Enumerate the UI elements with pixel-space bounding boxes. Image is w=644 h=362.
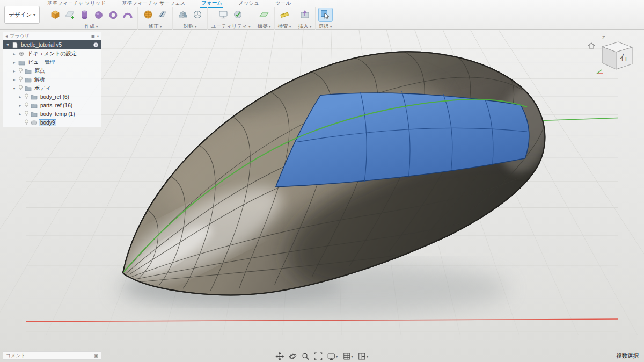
group-modify: 修正	[138, 7, 173, 30]
visibility-bulb-icon[interactable]	[24, 119, 29, 126]
comment-label: コメント	[6, 352, 26, 359]
comment-bar[interactable]: コメント ▣	[3, 351, 101, 360]
circular-symmetry-icon[interactable]	[191, 8, 204, 21]
browser-item-label: body_temp (1)	[39, 111, 76, 117]
disclosure-icon[interactable]: ▸	[12, 60, 17, 65]
browser-root-row[interactable]: ▾ beetle_tutorial v5	[3, 40, 101, 49]
box-icon[interactable]	[48, 8, 62, 21]
browser-item-document-settings[interactable]: ▸ ドキュメントの設定	[3, 49, 101, 58]
browser-item-label: ビュー管理	[27, 59, 56, 66]
group-label-inspect[interactable]: 検査	[278, 23, 291, 30]
insert-icon[interactable]	[298, 8, 312, 21]
design-workspace-dropdown[interactable]: デザイン	[4, 6, 40, 24]
group-label-utilities[interactable]: ユーティリティ	[211, 23, 251, 30]
fit-button[interactable]	[314, 352, 323, 360]
browser-title: ブラウザ	[10, 33, 30, 40]
visibility-bulb-icon[interactable]	[18, 68, 23, 74]
viewcube[interactable]: Z 右	[586, 32, 638, 83]
group-label-select[interactable]: 選択	[319, 23, 332, 30]
x-axis-red-line	[26, 319, 618, 322]
folder-icon	[25, 85, 32, 91]
tab-solid[interactable]: 基準フィーチャ ソリッド	[46, 0, 107, 8]
pan-icon	[276, 352, 284, 360]
group-label-create[interactable]: 作成	[85, 23, 98, 30]
browser-item-bodies[interactable]: ▾ ボディ	[3, 84, 101, 92]
folder-icon	[31, 103, 38, 108]
orbit-button[interactable]	[289, 352, 297, 360]
browser-item-parts-ref[interactable]: ▸ parts_ref (16)	[3, 101, 101, 110]
visibility-bulb-icon[interactable]	[24, 111, 29, 117]
mirror-icon[interactable]	[176, 8, 189, 21]
display-settings-button[interactable]: ▾	[327, 352, 338, 360]
construction-plane-icon[interactable]	[258, 8, 271, 21]
visibility-bulb-icon[interactable]	[24, 102, 29, 108]
repair-body-icon[interactable]	[231, 8, 245, 21]
torus-icon[interactable]	[106, 8, 120, 21]
tab-surface[interactable]: 基準フィーチャ サーフェス	[121, 0, 186, 8]
display-mode-icon[interactable]	[217, 8, 230, 21]
tab-mesh[interactable]: メッシュ	[237, 0, 260, 8]
sphere-icon[interactable]	[92, 8, 105, 21]
viewports-button[interactable]: ▾	[358, 352, 369, 360]
group-inspect: 検査	[275, 7, 295, 30]
radio-visibility-icon[interactable]	[93, 42, 99, 48]
disclosure-icon[interactable]: ▸	[12, 52, 17, 56]
disclosure-icon[interactable]: ▾	[5, 42, 10, 47]
folder-icon	[31, 94, 38, 100]
group-insert: 挿入	[295, 7, 316, 30]
viewcube-face-label[interactable]: 右	[620, 53, 627, 61]
tab-tools[interactable]: ツール	[274, 0, 292, 8]
group-label-modify[interactable]: 修正	[149, 23, 162, 30]
zoom-icon	[302, 352, 310, 360]
browser-item-label: ドキュメントの設定	[26, 50, 78, 57]
chevron-down-icon: ▾	[336, 354, 338, 359]
display-settings-icon	[327, 352, 335, 360]
viewcube-axis-triad	[597, 70, 603, 74]
group-label-construct[interactable]: 構築	[258, 23, 271, 30]
browser-item-body-ref[interactable]: ▸ body_ref (6)	[3, 92, 101, 101]
browser-dock-icon[interactable]: ▣	[91, 34, 96, 39]
top-toolbar: 基準フィーチャ ソリッド 基準フィーチャ サーフェス フォーム メッシュ ツール…	[0, 0, 644, 30]
pan-button[interactable]	[276, 352, 284, 360]
edit-form-icon[interactable]	[141, 8, 155, 21]
zoom-button[interactable]	[302, 352, 310, 360]
ribbon-tabs: 基準フィーチャ ソリッド 基準フィーチャ サーフェス フォーム メッシュ ツール	[46, 0, 292, 7]
plane-icon[interactable]	[63, 8, 76, 21]
disclosure-icon[interactable]: ▸	[12, 77, 17, 82]
browser-item-named-views[interactable]: ▸ ビュー管理	[3, 58, 101, 67]
browser-item-label: body9	[39, 120, 56, 126]
home-icon[interactable]	[588, 43, 595, 48]
group-label-symmetry[interactable]: 対称	[184, 23, 197, 30]
visibility-bulb-icon[interactable]	[24, 93, 29, 100]
visibility-bulb-icon[interactable]	[18, 76, 23, 83]
viewports-icon	[358, 352, 366, 360]
pipe-icon[interactable]	[121, 8, 134, 21]
disclosure-icon[interactable]: ▸	[18, 103, 23, 108]
browser-pin-icon[interactable]: ▪	[97, 34, 99, 39]
browser-item-origin[interactable]: ▸ 原点	[3, 67, 101, 75]
visibility-bulb-icon[interactable]	[18, 85, 23, 91]
disclosure-icon[interactable]: ▸	[18, 95, 23, 99]
grid-settings-button[interactable]: ▾	[342, 352, 353, 360]
select-tool-icon[interactable]	[319, 8, 332, 21]
browser-collapse-icon[interactable]: ◂	[5, 34, 8, 39]
viewport[interactable]: ◂ ブラウザ ▣ ▪ ▾ beetle_tutorial v5 ▸ ドキュメント…	[0, 30, 644, 362]
browser-item-body-temp[interactable]: ▸ body_temp (1)	[3, 110, 101, 118]
document-icon	[12, 42, 18, 48]
crease-icon[interactable]	[156, 8, 169, 21]
comment-dock-icon[interactable]: ▣	[94, 353, 98, 358]
browser-panel: ◂ ブラウザ ▣ ▪ ▾ beetle_tutorial v5 ▸ ドキュメント…	[3, 32, 101, 127]
folder-icon	[25, 77, 32, 83]
disclosure-icon[interactable]: ▸	[12, 69, 17, 74]
disclosure-icon[interactable]: ▸	[18, 112, 23, 117]
browser-item-analysis[interactable]: ▸ 解析	[3, 75, 101, 84]
browser-item-label: parts_ref (16)	[39, 103, 74, 108]
group-label-insert[interactable]: 挿入	[298, 23, 312, 30]
folder-icon	[25, 68, 32, 74]
measure-icon[interactable]	[278, 8, 291, 21]
root-document-label: beetle_tutorial v5	[20, 42, 63, 48]
browser-item-body9[interactable]: body9	[3, 118, 101, 127]
disclosure-icon[interactable]: ▾	[12, 86, 17, 91]
cylinder-icon[interactable]	[77, 8, 91, 21]
viewcube-z-axis-label: Z	[602, 35, 605, 40]
